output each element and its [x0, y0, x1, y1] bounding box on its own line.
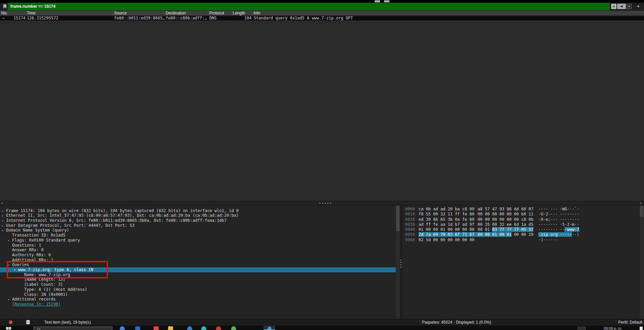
hex-row[interactable]: 0010f8 55 00 32 11 ff fe 8000 00 00 00 0…	[402, 212, 640, 217]
hex-row[interactable]: 0000ca 0b ad ad 20 ba c8 09a8 57 47 93 8…	[402, 207, 640, 212]
details-scrollbar[interactable]	[396, 205, 400, 319]
taskbar-active-app-wireshark[interactable]	[264, 326, 275, 330]
splitter-handle-icon[interactable]	[319, 203, 331, 204]
status-bar: ✎ Text item (text), 19 byte(s) Paquetes:…	[0, 319, 644, 326]
hex-offset: 0050	[405, 232, 415, 237]
hex-row[interactable]: 0020ed 39 86 65 3b 0a fe 8000 00 00 00 0…	[402, 217, 640, 222]
detail-row-label: Class: IN (0x0001)	[24, 292, 68, 297]
detail-row[interactable]: ▸Internet Protocol Version 6, Src: fe80:…	[0, 218, 396, 223]
filter-bookmark-button[interactable]	[2, 3, 8, 10]
taskbar-app-blue-3-icon[interactable]	[187, 326, 192, 330]
hex-dump-pane[interactable]: 0000ca 0b ad ad 20 ba c8 09a8 57 47 93 8…	[402, 205, 640, 319]
taskbar-app-red-1-icon[interactable]	[154, 326, 159, 330]
packet-list-body[interactable]: → 15174 126.315295572 fe80::b011:ed39:86…	[0, 16, 644, 201]
collapse-arrow-icon[interactable]: ▾	[14, 267, 16, 272]
taskbar-app-red-2-icon[interactable]	[216, 326, 221, 330]
taskbar-app-green-icon[interactable]	[231, 326, 236, 330]
hex-h1: 2d 7a 69 70 03 6f 72 67	[419, 232, 474, 237]
expand-arrow-icon[interactable]: ▸	[8, 297, 10, 302]
expand-arrow-icon[interactable]: ▸	[2, 213, 4, 218]
expand-arrow-icon[interactable]: ▸	[2, 218, 4, 223]
expand-arrow-icon[interactable]: ▸	[2, 223, 4, 228]
taskbar-tray-fragment[interactable]	[578, 327, 586, 330]
expand-arrow-icon[interactable]: ▸	[8, 238, 10, 243]
detail-row[interactable]: Answer RRs: 0	[0, 248, 396, 253]
detail-row[interactable]: ▾Queries	[0, 262, 396, 267]
column-header-no[interactable]: No.	[1, 11, 8, 16]
column-separator[interactable]	[232, 11, 232, 15]
taskbar-app-folder-icon[interactable]	[168, 326, 173, 330]
hex-h2: 00 00 01 00 01 00 00 29	[478, 232, 533, 237]
column-separator[interactable]	[252, 11, 253, 15]
start-button-icon[interactable]	[6, 327, 11, 330]
collapse-arrow-icon[interactable]: ▾	[8, 262, 10, 267]
filter-dropdown-button[interactable]: ▼	[627, 4, 632, 9]
detail-row[interactable]: [Response In: 15190]	[0, 302, 396, 307]
splitter-handle-icon[interactable]	[400, 260, 401, 268]
detail-row[interactable]: ▸Additional records	[0, 297, 396, 302]
column-header-protocol[interactable]: Protocol	[209, 11, 224, 16]
detail-row[interactable]: Transaction ID: 0x1ad5	[0, 233, 396, 238]
detail-row[interactable]: ▾Domain Name System (query)	[0, 228, 396, 233]
column-header-destination[interactable]: Destination	[166, 11, 186, 16]
detail-row[interactable]: Type: A (1) (Host Address)	[0, 287, 396, 292]
detail-row[interactable]: Class: IN (0x0001)	[0, 292, 396, 297]
hex-scrollbar[interactable]	[640, 205, 644, 319]
detail-row-label: Queries	[12, 262, 29, 267]
hex-h1: ca 0b ad ad 20 ba c8 09	[419, 207, 474, 212]
column-separator[interactable]	[113, 11, 113, 15]
detail-row[interactable]: ▸Frame 15174: 104 bytes on wire (832 bit…	[0, 208, 396, 213]
taskbar-clock[interactable]: 09:08 p. m.	[604, 326, 622, 330]
status-profile[interactable]: Perfil: Default	[618, 320, 642, 325]
taskbar-app-teal-icon[interactable]	[201, 326, 206, 330]
column-header-length[interactable]: Length	[233, 11, 245, 16]
collapse-arrow-icon[interactable]: ▾	[2, 228, 4, 233]
taskbar-app-blue-1-icon[interactable]	[120, 326, 125, 330]
display-filter-input[interactable]: frame.number == 15174	[8, 3, 610, 10]
hex-offset: 0010	[405, 212, 415, 217]
hex-row[interactable]: 00502d 7a 69 70 03 6f 72 6700 00 01 00 0…	[402, 232, 640, 237]
capture-comment-icon[interactable]: ✎	[26, 320, 30, 324]
column-separator[interactable]	[208, 11, 208, 15]
detail-row[interactable]: ▸Ethernet II, Src: Intel_57:47:93 (c8:09…	[0, 213, 396, 218]
column-separator[interactable]	[164, 11, 165, 15]
hex-row[interactable]: 006002 5d 00 00 00 00 00 00·]······	[402, 238, 640, 243]
detail-row[interactable]: ▾www.7-zip.org: type A, class IN	[0, 267, 396, 272]
detail-row[interactable]: ▸Flags: 0x0100 Standard query	[0, 238, 396, 243]
column-header-time[interactable]: Time	[27, 11, 36, 16]
packet-info: Standard query 0x1ad5 A www.7-zip.org OP…	[254, 16, 353, 20]
detail-row[interactable]: Authority RRs: 0	[0, 253, 396, 258]
expert-info-icon[interactable]	[9, 320, 13, 324]
hex-a1: -zip·org	[538, 232, 558, 237]
details-scrollbar-thumb[interactable]	[396, 206, 399, 231]
packet-row[interactable]: → 15174 126.315295572 fe80::b011:ed39:86…	[0, 16, 644, 20]
bookmark-icon	[3, 4, 6, 9]
detail-link[interactable]: [Response In: 15190]	[12, 302, 61, 307]
detail-row[interactable]: [Label Count: 3]	[0, 282, 396, 287]
packet-details-pane[interactable]: ▸Frame 15174: 104 bytes on wire (832 bit…	[0, 205, 400, 319]
detail-row[interactable]: Additional RRs: 1	[0, 258, 396, 263]
hex-row[interactable]: 0030ad ff fe aa 1d b7 ad 9f00 35 00 32 e…	[402, 222, 640, 227]
scroll-right-icon[interactable]: ▸	[640, 201, 642, 205]
filter-clear-button[interactable]: ×	[611, 4, 616, 9]
filter-apply-button[interactable]: ➔	[617, 4, 626, 9]
hex-a1: ·U·2····	[538, 212, 558, 217]
detail-row[interactable]: [Name Length: 13]	[0, 277, 396, 282]
detail-row[interactable]: Name: www.7-zip.org	[0, 272, 396, 277]
scroll-left-icon[interactable]: ◂	[1, 201, 3, 205]
taskbar-search-input[interactable]	[34, 327, 112, 330]
filter-add-button[interactable]: +	[635, 4, 641, 9]
hex-h1: ad ff fe aa 1d b7 ad 9f	[419, 222, 474, 227]
show-desktop-button[interactable]	[640, 327, 643, 330]
column-header-info[interactable]: Info	[254, 11, 260, 16]
detail-row[interactable]: ▸User Datagram Protocol, Src Port: 44447…	[0, 223, 396, 228]
expand-arrow-icon[interactable]: ▸	[2, 208, 4, 213]
detail-row[interactable]: Questions: 1	[0, 243, 396, 248]
column-separator[interactable]	[26, 11, 26, 15]
hex-a2: ···www·7	[560, 227, 579, 232]
hex-scrollbar-thumb[interactable]	[640, 206, 643, 217]
column-header-source[interactable]: Source	[114, 11, 127, 16]
horizontal-splitter[interactable]: ◂ ▸	[0, 201, 644, 205]
taskbar-app-blue-2-icon[interactable]	[135, 326, 140, 330]
hex-row[interactable]: 004001 00 00 01 00 00 00 0000 01 03 77 7…	[402, 227, 640, 232]
